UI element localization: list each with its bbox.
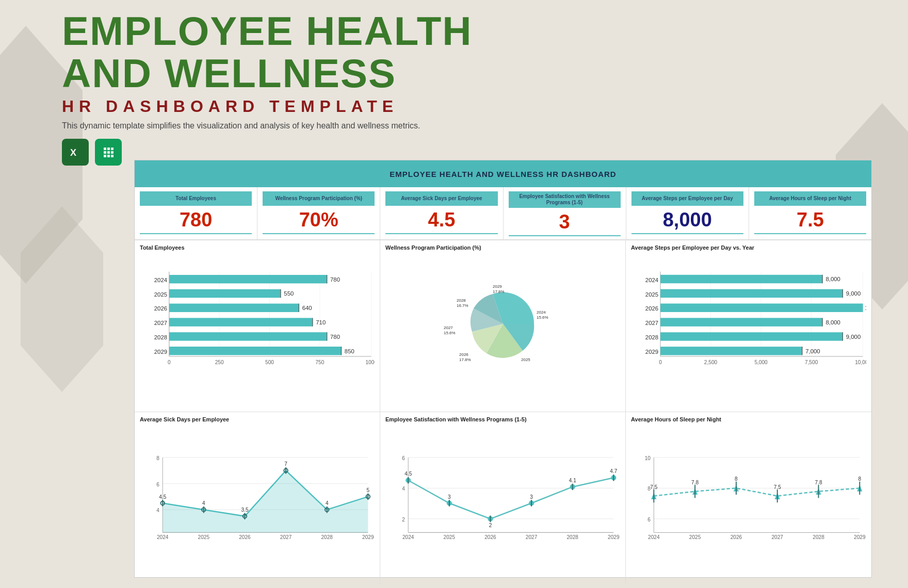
svg-rect-9 [104,155,106,157]
kpi-sleep-value: 7.5 [754,209,866,231]
main-title: EMPLOYEE HEALTH AND WELLNESS [62,10,500,95]
svg-rect-20 [169,275,327,283]
chart-sleep-title: Average Hours of Sleep per Night [631,416,866,422]
svg-text:5: 5 [367,487,370,493]
svg-rect-36 [169,332,327,340]
svg-rect-28 [169,304,299,312]
svg-text:250: 250 [215,360,224,365]
svg-text:4: 4 [202,500,205,506]
svg-text:2025: 2025 [444,534,456,540]
svg-text:5,000: 5,000 [754,360,768,365]
chart-satisfaction-title: Employee Satisfaction with Wellness Prog… [385,416,620,422]
chart-total-employees-title: Total Employees [140,244,375,251]
svg-text:7,500: 7,500 [805,360,818,365]
kpi-steps: Average Steps per Employee per Day 8,000 [626,187,749,239]
svg-text:1000: 1000 [365,360,375,365]
svg-text:10,000: 10,000 [865,305,866,311]
svg-text:8: 8 [735,476,738,482]
svg-rect-4 [107,148,110,150]
svg-text:17.8%: 17.8% [459,357,471,362]
svg-text:2029: 2029 [645,349,658,355]
svg-text:2026: 2026 [645,305,658,312]
svg-text:4.5: 4.5 [404,471,412,477]
svg-text:2029: 2029 [608,534,620,540]
svg-text:4.1: 4.1 [569,478,576,483]
dashboard-panel: EMPLOYEE HEALTH AND WELLNESS HR DASHBOAR… [134,160,872,578]
svg-text:2026: 2026 [239,534,251,540]
svg-text:2: 2 [402,516,405,522]
kpi-satisfaction-value: 3 [509,211,621,233]
svg-text:9,000: 9,000 [846,290,861,297]
charts-area: Total Employees 2024 780 2025 [135,240,871,583]
kpi-total-employees-value: 780 [140,209,252,231]
kpi-wellness-label: Wellness Program Participation (%) [263,191,375,206]
svg-text:2027: 2027 [154,320,167,326]
sub-title: HR DASHBOARD TEMPLATE [62,97,500,116]
svg-text:6: 6 [647,516,651,522]
svg-text:2028: 2028 [457,298,466,303]
kpi-satisfaction: Employee Satisfaction with Wellness Prog… [504,187,626,239]
svg-text:850: 850 [345,348,354,354]
chart-avg-steps: Average Steps per Employee per Day vs. Y… [626,240,871,412]
svg-text:0: 0 [659,360,662,365]
svg-text:10: 10 [645,455,651,461]
svg-text:3: 3 [530,494,533,499]
satisfaction-svg: 6 4 2 [385,426,620,571]
chart-wellness-title: Wellness Program Participation (%) [385,244,620,251]
kpi-wellness-value: 70% [263,209,375,231]
excel-icon[interactable]: X [62,139,89,166]
svg-text:2028: 2028 [645,334,658,340]
kpi-sick-days-label: Average Sick Days per Employee [385,191,497,206]
svg-text:8: 8 [156,455,159,461]
svg-text:710: 710 [316,319,326,325]
chart-satisfaction: Employee Satisfaction with Wellness Prog… [380,412,626,584]
svg-text:2028: 2028 [321,534,333,540]
svg-text:2029: 2029 [362,534,374,540]
svg-text:8: 8 [858,476,862,482]
svg-marker-102 [163,470,368,532]
svg-rect-24 [169,289,281,298]
svg-text:17.8%: 17.8% [493,289,505,294]
chart-sick-days-title: Average Sick Days per Employee [140,416,375,422]
description: This dynamic template simplifies the vis… [62,121,500,130]
kpi-wellness-participation: Wellness Program Participation (%) 70% [257,187,380,239]
svg-text:2: 2 [489,522,492,528]
svg-text:10,000: 10,000 [855,360,866,365]
sick-days-svg: 8 6 4 [140,426,375,571]
svg-text:2027: 2027 [280,534,292,540]
svg-text:2026: 2026 [731,534,742,540]
svg-text:2025: 2025 [645,291,658,298]
svg-text:4: 4 [156,508,159,513]
svg-text:2025: 2025 [154,291,167,298]
svg-rect-40 [169,347,342,355]
chart-total-employees: Total Employees 2024 780 2025 [135,240,380,412]
svg-rect-11 [111,155,113,157]
svg-text:550: 550 [284,290,294,297]
svg-text:7.8: 7.8 [691,479,699,485]
kpi-sick-days-value: 4.5 [385,209,497,231]
svg-text:2028: 2028 [566,534,578,540]
svg-rect-82 [660,332,842,340]
dashboard-header: EMPLOYEE HEALTH AND WELLNESS HR DASHBOAR… [135,160,871,187]
svg-text:6: 6 [156,481,159,487]
svg-text:2029: 2029 [854,534,866,540]
svg-text:6: 6 [402,455,405,461]
svg-text:2026: 2026 [484,534,496,540]
kpi-steps-value: 8,000 [631,209,743,231]
svg-text:2025: 2025 [521,357,530,362]
svg-rect-71 [660,289,842,298]
svg-text:4.5: 4.5 [159,494,166,499]
svg-text:16.7%: 16.7% [521,363,533,364]
svg-text:X: X [70,148,76,158]
svg-text:7.5: 7.5 [650,484,657,489]
kpi-sleep: Average Hours of Sleep per Night 7.5 [749,187,871,239]
svg-rect-8 [111,151,113,154]
svg-rect-7 [107,151,110,154]
dashboard-title: EMPLOYEE HEALTH AND WELLNESS HR DASHBOAR… [390,170,616,178]
kpi-sleep-label: Average Hours of Sleep per Night [754,191,866,206]
svg-text:8,000: 8,000 [825,319,840,325]
svg-text:780: 780 [330,276,340,283]
svg-rect-75 [660,304,863,312]
svg-rect-86 [660,347,802,355]
sheets-icon[interactable] [95,139,122,166]
